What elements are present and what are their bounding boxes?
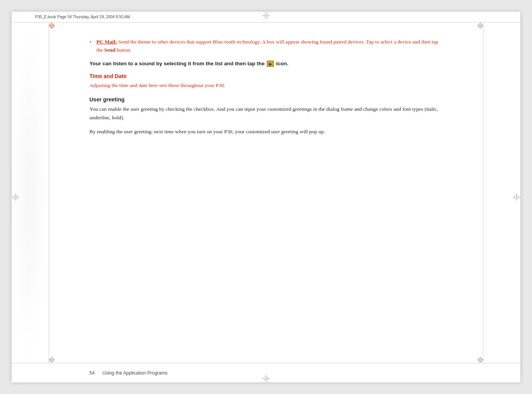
page-container: P30_E.book Page 54 Thursday, April 29, 2… xyxy=(12,12,520,382)
bullet-content-pcmail: PC Mail: Send the theme to other devices… xyxy=(96,38,443,54)
top-edge-mark xyxy=(262,12,270,19)
inner-corner-tl xyxy=(49,23,55,29)
right-edge-mark xyxy=(513,193,520,201)
time-and-date-heading: Time and Date xyxy=(89,73,443,79)
time-and-date-subtext: Adjusting the time and date here sets th… xyxy=(89,82,443,89)
footer-page-number: 54 xyxy=(89,370,94,376)
instruction-the: the xyxy=(257,61,266,66)
term-pcmail: PC Mail: xyxy=(96,39,117,45)
bullet-dot: • xyxy=(89,38,96,54)
content-area: • PC Mail: Send the theme to other devic… xyxy=(12,23,520,363)
left-edge-mark xyxy=(12,193,19,201)
time-and-date-section: Time and Date Adjusting the time and dat… xyxy=(89,73,443,89)
term-send: Send xyxy=(104,47,116,53)
instruction-after-icon: icon. xyxy=(275,61,288,66)
bullet-section: • PC Mail: Send the theme to other devic… xyxy=(89,38,443,54)
inner-corner-tr xyxy=(477,23,483,29)
inner-corner-br xyxy=(477,357,483,363)
inner-corner-bl xyxy=(49,357,55,363)
user-greeting-paragraph1: You can enable the user greeting by chec… xyxy=(89,105,443,122)
footer-section-label: Using the Application Programs xyxy=(102,370,167,376)
user-greeting-section: User greeting You can enable the user gr… xyxy=(89,96,443,136)
bullet-text-red: Send the theme to other devices that sup… xyxy=(96,39,438,53)
user-greeting-heading: User greeting xyxy=(89,96,443,103)
bullet-item-pcmail: • PC Mail: Send the theme to other devic… xyxy=(89,38,443,54)
bullet-text-end: button. xyxy=(115,47,131,53)
user-greeting-paragraph2: By enabling the user greeting; next time… xyxy=(89,127,443,136)
play-icon: ▶ xyxy=(267,61,274,67)
bottom-edge-mark xyxy=(262,375,270,382)
bold-instruction: Your can listen to a sound by selecting … xyxy=(89,60,443,68)
instruction-before-icon: Your can listen to a sound by selecting … xyxy=(89,61,257,66)
